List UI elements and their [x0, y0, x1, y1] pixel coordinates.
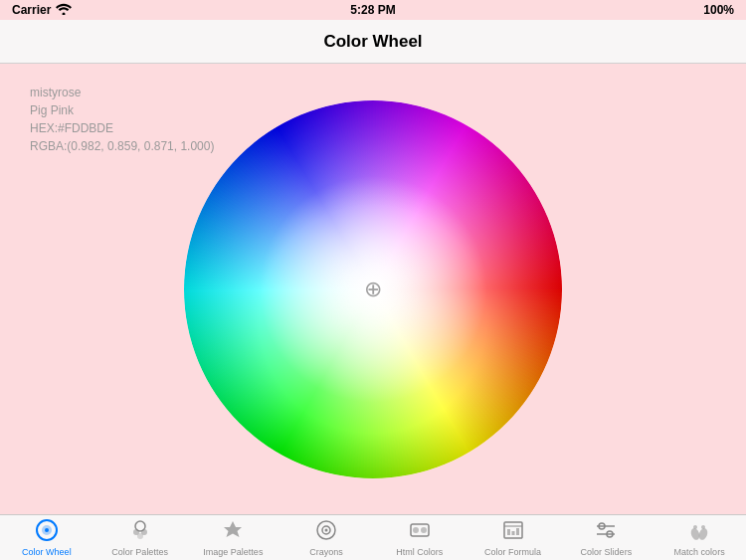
svg-point-14: [421, 527, 427, 533]
tab-crayons-label: Crayons: [309, 547, 343, 557]
tab-color-wheel[interactable]: Color Wheel: [0, 515, 93, 560]
svg-point-8: [137, 533, 143, 539]
tab-color-formula-label: Color Formula: [484, 547, 541, 557]
tab-match-colors-label: Match colors: [674, 547, 725, 557]
tab-color-sliders-label: Color Sliders: [581, 547, 633, 557]
battery-label: 100%: [703, 3, 734, 17]
svg-point-13: [413, 527, 419, 533]
tab-bar: Color Wheel Color Palettes Image Palette…: [0, 514, 746, 560]
svg-rect-18: [511, 531, 514, 535]
svg-point-25: [697, 527, 709, 541]
color-wheel-tab-icon: [35, 518, 59, 545]
battery-indicator: 100%: [703, 3, 734, 17]
color-wheel-canvas[interactable]: [184, 100, 562, 478]
tab-color-wheel-label: Color Wheel: [22, 547, 72, 557]
status-left: Carrier: [12, 3, 72, 18]
color-name-1: mistyrose: [30, 84, 214, 101]
image-palettes-tab-icon: [221, 518, 245, 545]
tab-crayons[interactable]: Crayons: [280, 515, 373, 560]
nav-bar: Color Wheel: [0, 20, 746, 64]
color-palettes-tab-icon: [128, 518, 152, 545]
tab-image-palettes[interactable]: Image Palettes: [187, 515, 280, 560]
svg-point-4: [45, 528, 49, 532]
tab-color-sliders[interactable]: Color Sliders: [560, 515, 653, 560]
match-colors-tab-icon: [687, 518, 711, 545]
tab-color-formula[interactable]: Color Formula: [466, 515, 560, 560]
color-sliders-tab-icon: [594, 518, 618, 545]
svg-rect-15: [504, 522, 522, 538]
svg-point-26: [693, 525, 697, 529]
tab-html-colors[interactable]: Html Colors: [373, 515, 466, 560]
svg-rect-19: [516, 528, 519, 535]
main-content: mistyrose Pig Pink HEX:#FDDBDE RGBA:(0.9…: [0, 64, 746, 514]
carrier-label: Carrier: [12, 3, 51, 17]
svg-point-11: [325, 529, 328, 532]
tab-html-colors-label: Html Colors: [396, 547, 443, 557]
nav-title: Color Wheel: [323, 32, 422, 52]
svg-point-0: [63, 12, 66, 15]
color-wheel-container[interactable]: ⊕: [184, 100, 562, 478]
color-formula-tab-icon: [501, 518, 525, 545]
crayons-tab-icon: [314, 518, 338, 545]
wifi-icon: [56, 3, 72, 18]
tab-color-palettes-label: Color Palettes: [111, 547, 168, 557]
svg-point-27: [701, 525, 705, 529]
tab-color-palettes[interactable]: Color Palettes: [93, 515, 187, 560]
tab-match-colors[interactable]: Match colors: [653, 515, 746, 560]
svg-rect-17: [507, 529, 510, 535]
tab-image-palettes-label: Image Palettes: [203, 547, 263, 557]
html-colors-tab-icon: [408, 518, 432, 545]
status-bar: Carrier 5:28 PM 100%: [0, 0, 746, 20]
status-time: 5:28 PM: [350, 3, 395, 17]
